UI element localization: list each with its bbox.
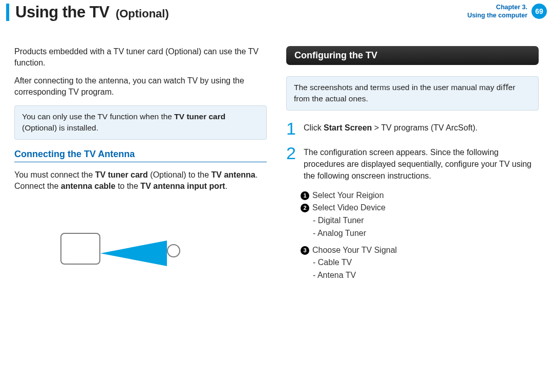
t: TV tuner card	[95, 170, 148, 179]
callout-text-bold: TV tuner card	[174, 112, 225, 121]
svg-marker-0	[100, 241, 167, 266]
substep-2: 2Select Video Device	[301, 202, 539, 214]
substep-3b: - Antena TV	[313, 269, 539, 282]
substep-2b: - Analog Tuner	[313, 227, 539, 240]
t: to the	[115, 182, 140, 190]
antenna-port-icon	[167, 244, 180, 257]
t: (Optional) to the	[148, 170, 211, 179]
title-accent-bar	[6, 4, 9, 21]
substep-2a: - Digital Tuner	[313, 214, 539, 227]
t: antenna cable	[61, 182, 116, 190]
antenna-diagram	[60, 223, 194, 289]
step-1-text: Click Start Screen > TV programs (TV Arc…	[304, 120, 478, 137]
note-callout-2: The screenshots and terms used in the us…	[286, 76, 539, 111]
circle-number-icon: 1	[301, 191, 309, 200]
step-number: 2	[286, 144, 299, 182]
t: Select Video Device	[312, 203, 386, 212]
substep-1: 1Select Your Reigion	[301, 189, 539, 202]
t: You must connect the	[14, 170, 95, 179]
left-column: Products embedded with a TV tuner card (…	[14, 46, 267, 289]
circle-number-icon: 2	[301, 204, 309, 212]
antenna-paragraph: You must connect the TV tuner card (Opti…	[14, 169, 267, 192]
callout-text-post: (Optional) is installed.	[22, 123, 98, 132]
right-column: Conﬁguring the TV The screenshots and te…	[286, 46, 539, 289]
t: > TV programs (TV ArcSoft).	[372, 123, 477, 132]
section-heading-antenna: Connecting the TV Antenna	[14, 149, 267, 162]
t: Select Your Reigion	[312, 191, 384, 200]
chapter-line-1: Chapter 3.	[467, 3, 527, 11]
intro-paragraph-1: Products embedded with a TV tuner card (…	[14, 46, 267, 69]
callout-text-pre: You can only use the TV function when th…	[22, 112, 174, 121]
chapter-line-2: Using the computer	[467, 11, 527, 19]
t: Click	[304, 123, 324, 132]
t: TV antenna	[211, 170, 256, 179]
t: Start Screen	[324, 123, 372, 132]
device-icon	[60, 233, 100, 265]
page-title: Using the TV	[15, 3, 109, 21]
substep-3: 3Choose Your TV Signal	[301, 244, 539, 257]
step-2: 2 The conﬁguration screen appears. Since…	[286, 144, 539, 182]
callout-pointer-icon	[100, 238, 172, 269]
step-1: 1 Click Start Screen > TV programs (TV A…	[286, 120, 539, 137]
page-title-suffix: (Optional)	[116, 7, 169, 20]
intro-paragraph-2: After connecting to the antenna, you can…	[14, 75, 267, 98]
config-substeps: 1Select Your Reigion 2Select Video Devic…	[301, 189, 539, 282]
step-number: 1	[286, 120, 299, 137]
page-number-badge: 69	[531, 4, 547, 19]
t: Choose Your TV Signal	[312, 246, 397, 254]
circle-number-icon: 3	[301, 246, 309, 255]
t: TV antenna input port	[140, 182, 225, 190]
chapter-label: Chapter 3. Using the computer	[467, 3, 527, 20]
section-bar-configuring: Conﬁguring the TV	[286, 46, 539, 65]
note-callout: You can only use the TV function when th…	[14, 105, 267, 140]
step-2-text: The conﬁguration screen appears. Since t…	[304, 144, 539, 182]
t: .	[225, 182, 227, 190]
substep-3a: - Cable TV	[313, 256, 539, 269]
